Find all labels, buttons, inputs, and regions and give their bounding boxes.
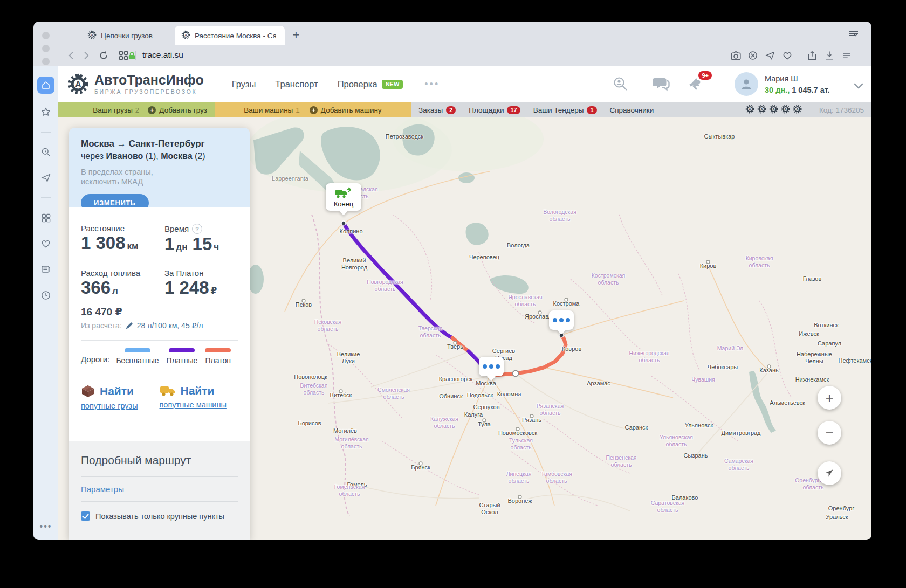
pencil-icon[interactable] [126,322,133,329]
sidebar-apps-icon[interactable] [38,210,53,225]
find-cargo-link[interactable]: попутные грузы [81,402,138,410]
downloads-icon[interactable] [823,49,836,62]
ati-favicon: A [87,30,97,41]
sidebar-home-icon[interactable] [37,77,54,94]
notifications-icon[interactable]: 9+ [685,73,706,95]
ati-logo[interactable]: A АвтоТрансИнфо БИРЖА ГРУЗОПЕРЕВОЗОК [67,73,204,95]
find-trucks-link[interactable]: попутные машины [160,400,226,409]
calc-edit-link[interactable]: 28 л/100 км, 45 ₽/л [137,321,203,330]
your-trucks-link[interactable]: Ваши машины1 [244,106,299,114]
bookmark-heart-icon[interactable] [781,49,794,62]
params-link[interactable]: Параметры [81,485,238,494]
map-label-city: Нижнекамск [795,376,829,383]
time-value: 1дн 15ч [164,234,238,254]
route-point-marker[interactable] [549,310,574,330]
search-users-icon[interactable] [609,73,631,95]
map-label-city: Оренбург [828,505,854,512]
new-tab-button[interactable]: + [288,27,304,43]
map-label-city: Москва [476,380,496,387]
screenshot-icon[interactable] [729,49,742,62]
user-name: Мария Ш [765,73,830,85]
tab-title: Расстояние Москва - Санкт- [195,32,276,40]
map-label-city: Новомосковск [498,430,537,437]
checkbox-checked[interactable] [81,511,90,521]
messages-icon[interactable] [651,73,673,95]
divider [81,340,238,341]
route-end-marker[interactable]: Конец [326,183,361,211]
chevron-down-icon[interactable] [854,80,863,89]
help-icon[interactable]: ? [192,224,202,234]
nav-cargo[interactable]: Грузы [232,79,256,89]
directories-link[interactable]: Справочники [610,106,654,114]
ati-gear-icon[interactable]: A [745,105,754,115]
desktop: A Цепочки грузов A Расстояние Москва - С… [0,0,906,588]
nav-check[interactable]: ПроверкаNEW [338,79,403,89]
browser-menu-icon[interactable] [840,49,853,62]
map-label-city: Ульяновск [685,422,713,429]
tab-list-icon[interactable] [848,28,860,41]
blocker-icon[interactable] [746,49,759,62]
map-label-region: Тамбовская область [541,471,572,484]
sidebar-feed-icon[interactable] [38,262,53,277]
address-bar: trace.ati.su [33,45,871,66]
share-icon[interactable] [806,49,819,62]
sidebar-history-search-icon[interactable] [38,144,53,160]
back-icon[interactable] [65,49,78,62]
your-cargo-link[interactable]: Ваши грузы2 [93,106,139,114]
sidebar-favorites-icon[interactable] [38,236,53,251]
map-label-region: Марий Эл [717,345,744,352]
map-label-region: Смоленская область [378,386,410,400]
locate-button[interactable] [818,461,841,485]
partner-gear-icons[interactable]: AAAAA [745,105,802,115]
tenders-badge: 1 [587,106,596,114]
svg-text:A: A [760,107,763,111]
tab-cargo-chains[interactable]: A Цепочки грузов [81,26,181,45]
window-controls[interactable] [42,32,50,71]
map-label-city: Старый Оскол [479,502,500,516]
map-label-region: Липецкая область [506,471,532,484]
map-label-city: Петрозаводск [386,133,423,140]
browser-sidebar: ••• [33,66,58,540]
zoom-in-button[interactable]: + [818,386,841,410]
route-title: Москва → Санкт-Петербург [81,138,238,150]
map-label-city: Нефтекамск [839,357,871,364]
user-days: 30 дн., [765,86,790,94]
find-cargo-block: Найти попутные грузы [81,384,160,411]
nav-more-icon[interactable]: ••• [424,79,440,90]
ati-gear-icon[interactable]: A [781,105,790,115]
add-cargo-button[interactable]: +Добавить груз [148,106,207,114]
ati-gear-icon[interactable]: A [769,105,778,115]
tenders-link[interactable]: Ваши Тендеры1 [533,106,597,114]
map-label-city: Ижевск [799,330,819,337]
tab-route-distance[interactable]: A Расстояние Москва - Санкт- [175,26,285,45]
sidebar-star-icon[interactable] [38,105,53,120]
platforms-link[interactable]: Площадки17 [469,106,520,114]
ati-gear-icon[interactable]: A [793,105,802,115]
sidebar-send-icon[interactable] [38,170,53,185]
map-label-city: Уральск [826,514,848,521]
plus-icon: + [148,106,156,114]
url-text[interactable]: trace.ati.su [142,50,183,60]
map-label-city: Рязань [522,417,541,424]
ati-gear-icon[interactable]: A [757,105,766,115]
road-legend-item: Бесплатные [116,348,159,365]
send-page-icon[interactable] [764,49,777,62]
platforms-badge: 17 [507,106,520,114]
major-points-checkbox-row[interactable]: Показывать только крупные пункты [81,511,238,521]
user-info[interactable]: Мария Ш 30 дн., 1 045.7 ат. [765,73,830,96]
map-label-city: Сызрань [684,452,708,459]
route-point-marker[interactable] [479,357,504,376]
browser-window: A Цепочки грузов A Расстояние Москва - С… [33,22,871,540]
orders-link[interactable]: Заказы2 [418,106,456,114]
sidebar-more-icon[interactable]: ••• [40,522,52,531]
map-canvas[interactable]: ПетрозаводскСыктывкарLappeenrantaКолпино… [58,117,871,540]
reload-icon[interactable] [97,49,110,62]
sidebar-divider [41,197,51,198]
add-truck-button[interactable]: +Добавить машину [310,106,382,114]
avatar[interactable] [735,72,758,96]
nav-transport[interactable]: Транспорт [275,79,318,89]
sidebar-history-icon[interactable] [38,288,53,303]
zoom-out-button[interactable]: − [818,421,841,445]
lock-icon[interactable] [125,49,138,62]
forward-icon[interactable] [80,49,93,62]
